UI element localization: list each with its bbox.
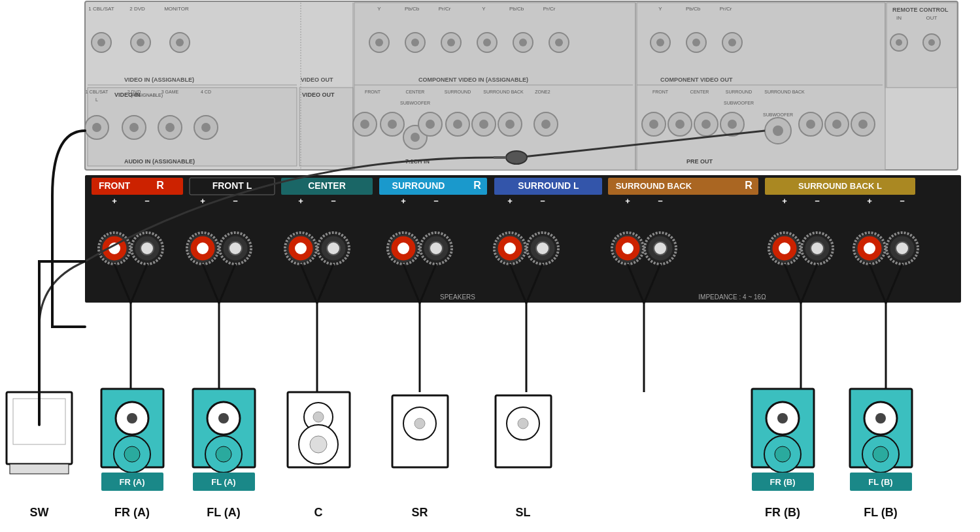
svg-point-249 bbox=[218, 413, 229, 424]
svg-point-112 bbox=[720, 112, 744, 136]
svg-text:SURROUND BACK L: SURROUND BACK L bbox=[798, 181, 882, 191]
svg-text:FL (A): FL (A) bbox=[207, 506, 241, 519]
svg-point-208 bbox=[854, 233, 885, 264]
svg-point-205 bbox=[645, 233, 676, 264]
svg-text:+: + bbox=[298, 196, 303, 206]
svg-text:SR: SR bbox=[411, 506, 428, 519]
svg-rect-252 bbox=[193, 473, 255, 491]
svg-point-193 bbox=[896, 242, 909, 255]
svg-text:CENTER: CENTER bbox=[690, 90, 709, 94]
svg-text:Y: Y bbox=[377, 6, 381, 12]
svg-text:1 CBL/SAT: 1 CBL/SAT bbox=[86, 90, 109, 94]
svg-point-196 bbox=[187, 233, 218, 264]
svg-rect-132 bbox=[190, 178, 275, 195]
svg-point-72 bbox=[92, 123, 101, 132]
svg-point-173 bbox=[327, 242, 340, 255]
svg-point-202 bbox=[494, 233, 526, 264]
svg-point-251 bbox=[216, 446, 231, 462]
svg-point-166 bbox=[190, 235, 216, 261]
svg-point-178 bbox=[497, 235, 523, 261]
svg-point-198 bbox=[285, 233, 316, 264]
svg-point-191 bbox=[863, 242, 876, 255]
svg-text:R: R bbox=[745, 180, 752, 191]
svg-line-222 bbox=[510, 264, 526, 303]
svg-point-164 bbox=[134, 235, 160, 261]
svg-text:SUBWOOFER: SUBWOOFER bbox=[724, 101, 754, 105]
svg-point-46 bbox=[405, 33, 425, 52]
svg-text:FR (B): FR (B) bbox=[765, 506, 800, 519]
svg-point-267 bbox=[518, 418, 528, 429]
svg-text:+: + bbox=[401, 196, 406, 206]
svg-point-258 bbox=[299, 425, 338, 464]
svg-point-197 bbox=[220, 233, 251, 264]
svg-text:SUBWOOFER: SUBWOOFER bbox=[400, 101, 430, 105]
svg-line-117 bbox=[523, 131, 765, 157]
svg-rect-0 bbox=[85, 1, 958, 170]
svg-text:+: + bbox=[200, 196, 205, 206]
svg-text:R: R bbox=[473, 180, 481, 191]
svg-text:SUBWOOFER: SUBWOOFER bbox=[763, 112, 793, 117]
svg-point-209 bbox=[887, 233, 918, 264]
svg-text:SURROUND L: SURROUND L bbox=[518, 180, 579, 191]
svg-text:+: + bbox=[867, 196, 872, 206]
svg-point-115 bbox=[765, 118, 791, 144]
svg-point-56 bbox=[651, 33, 670, 52]
svg-point-183 bbox=[621, 242, 634, 255]
svg-point-65 bbox=[928, 39, 935, 46]
svg-rect-4 bbox=[299, 88, 353, 166]
svg-rect-269 bbox=[752, 389, 814, 467]
svg-text:2 DVD: 2 DVD bbox=[129, 6, 145, 12]
svg-text:3 GAME: 3 GAME bbox=[161, 90, 179, 94]
svg-point-194 bbox=[99, 233, 130, 264]
svg-rect-261 bbox=[392, 395, 448, 467]
svg-point-98 bbox=[505, 120, 515, 129]
svg-text:COMPONENT VIDEO IN (ASSIGNABLE: COMPONENT VIDEO IN (ASSIGNABLE) bbox=[418, 76, 528, 83]
svg-point-99 bbox=[534, 112, 558, 136]
svg-text:SURROUND: SURROUND bbox=[392, 180, 445, 191]
svg-point-38 bbox=[92, 33, 111, 52]
svg-point-187 bbox=[778, 242, 791, 255]
svg-point-110 bbox=[694, 112, 718, 136]
svg-text:−: − bbox=[815, 196, 820, 206]
svg-point-43 bbox=[176, 39, 184, 46]
svg-text:1 CBL/SAT: 1 CBL/SAT bbox=[88, 6, 114, 12]
svg-text:+: + bbox=[782, 196, 787, 206]
svg-point-45 bbox=[375, 39, 383, 46]
svg-text:CENTER: CENTER bbox=[406, 90, 425, 94]
svg-point-108 bbox=[668, 112, 692, 136]
svg-point-48 bbox=[441, 33, 461, 52]
svg-text:R: R bbox=[156, 180, 164, 191]
svg-point-97 bbox=[498, 112, 522, 136]
svg-point-118 bbox=[506, 151, 527, 164]
svg-text:FRONT L: FRONT L bbox=[212, 180, 252, 191]
svg-text:Pr/Cr: Pr/Cr bbox=[543, 6, 556, 12]
svg-text:FL (B): FL (B) bbox=[864, 506, 898, 519]
svg-point-257 bbox=[313, 412, 324, 422]
svg-point-177 bbox=[430, 242, 443, 255]
svg-point-206 bbox=[769, 233, 800, 264]
svg-point-73 bbox=[122, 116, 146, 139]
svg-rect-1 bbox=[88, 88, 297, 166]
svg-line-216 bbox=[301, 264, 317, 303]
svg-point-76 bbox=[165, 123, 175, 132]
svg-text:+: + bbox=[112, 196, 117, 206]
svg-point-55 bbox=[555, 39, 563, 46]
svg-text:L: L bbox=[95, 97, 98, 102]
svg-text:FRONT: FRONT bbox=[99, 180, 131, 191]
svg-text:FRONT: FRONT bbox=[365, 90, 381, 94]
svg-line-231 bbox=[870, 264, 886, 303]
svg-point-190 bbox=[856, 235, 883, 261]
svg-text:FRONT: FRONT bbox=[652, 90, 669, 94]
svg-text:IN: IN bbox=[896, 15, 902, 21]
svg-point-124 bbox=[851, 112, 875, 136]
svg-point-241 bbox=[127, 413, 137, 424]
svg-text:REMOTE CONTROL: REMOTE CONTROL bbox=[892, 7, 949, 13]
svg-text:SURROUND BACK: SURROUND BACK bbox=[483, 90, 524, 94]
svg-point-85 bbox=[353, 112, 377, 136]
svg-rect-129 bbox=[92, 178, 183, 195]
svg-text:C: C bbox=[314, 506, 323, 519]
svg-point-165 bbox=[141, 242, 154, 255]
svg-rect-247 bbox=[193, 389, 255, 467]
svg-point-64 bbox=[923, 34, 940, 51]
svg-point-182 bbox=[615, 235, 641, 261]
